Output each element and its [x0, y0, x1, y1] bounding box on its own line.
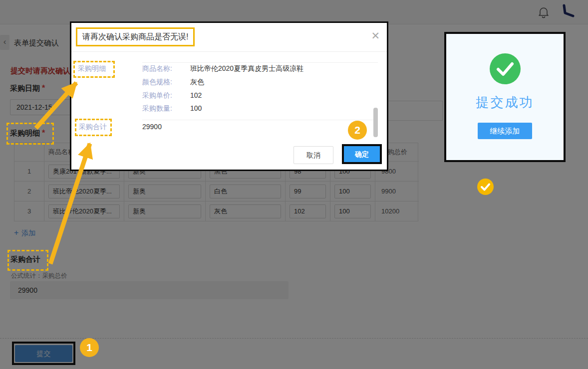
modal-total-section-label: 采购合计	[79, 123, 107, 132]
cancel-button[interactable]: 取消	[294, 146, 333, 164]
close-icon[interactable]: ✕	[371, 30, 380, 41]
annotation-highlight-submit	[12, 342, 75, 365]
modal-field-label: 采购单价:	[142, 91, 172, 100]
screen: ‹ 表单提交确认 提交时请再次确认 采购日期* 2021-12-15 采购明细*…	[0, 0, 588, 369]
annotation-highlight-confirm: 确定	[342, 144, 382, 164]
modal-section-divider	[142, 120, 378, 120]
annotation-dashed-box-detail-label	[6, 123, 54, 145]
modal-section-divider	[142, 62, 378, 63]
success-check-icon	[490, 53, 521, 84]
annotation-step-badge-2: 2	[348, 121, 367, 140]
modal-field-label: 商品名称:	[142, 64, 172, 73]
modal-field-value: 102	[190, 91, 202, 99]
annotation-dashed-box-total-label	[7, 250, 48, 271]
modal-field-label: 采购数量:	[142, 104, 172, 113]
modal-field-value: 灰色	[190, 78, 204, 87]
confirm-button[interactable]: 确定	[344, 146, 380, 162]
modal-total-value: 29900	[142, 123, 162, 131]
success-card: 提交成功 继续添加	[444, 32, 566, 162]
modal-field-value: 班比帝伦2020夏季真皮男士高级凉鞋	[190, 64, 303, 73]
success-title: 提交成功	[446, 94, 564, 111]
modal-field-value: 100	[190, 104, 202, 112]
modal-field-label: 颜色规格:	[142, 78, 172, 87]
modal-detail-section-label: 采购明细	[78, 64, 106, 73]
modal-scrollbar-thumb[interactable]	[373, 108, 378, 137]
modal-title: 请再次确认采购商品是否无误!	[76, 27, 195, 46]
confirm-modal: 请再次确认采购商品是否无误! ✕ 采购明细 商品名称: 班比帝伦2020夏季真皮…	[70, 21, 388, 171]
success-check-badge-icon	[477, 178, 494, 195]
continue-add-button[interactable]: 继续添加	[478, 123, 532, 139]
modal-header-divider	[71, 51, 387, 52]
annotation-step-badge-1: 1	[80, 338, 99, 357]
